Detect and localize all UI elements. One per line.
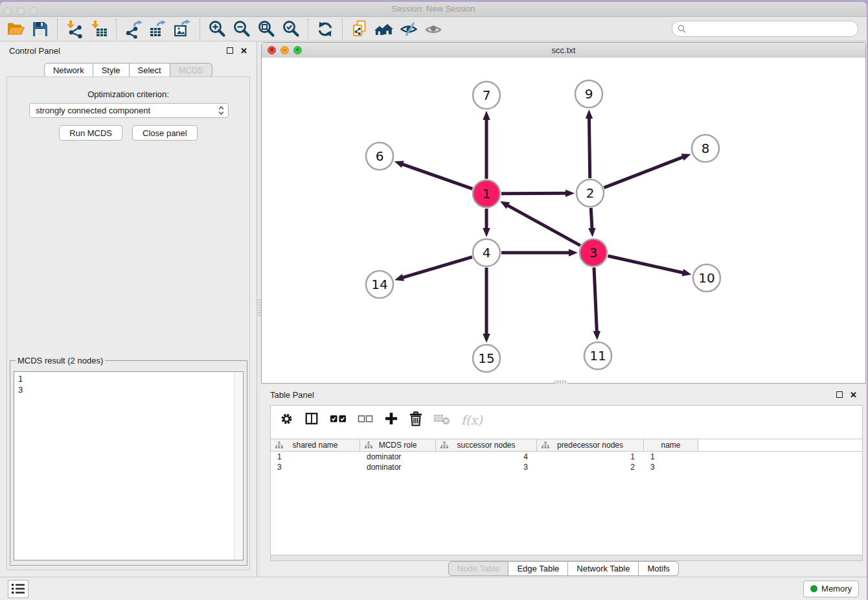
- graph-edge-1-2[interactable]: [501, 189, 575, 196]
- search-input[interactable]: [689, 23, 858, 34]
- search-icon: [678, 25, 686, 33]
- graph-node-2[interactable]: 2: [577, 179, 604, 207]
- column-header-successor-nodes[interactable]: successor nodes: [436, 439, 537, 451]
- status-bar: Memory: [0, 577, 867, 600]
- graph-edge-4-14[interactable]: [394, 257, 472, 281]
- memory-label: Memory: [821, 584, 852, 594]
- export-table-button[interactable]: [146, 18, 170, 40]
- graph-node-11[interactable]: 11: [584, 342, 611, 369]
- zoom-selected-button[interactable]: [279, 18, 303, 40]
- graph-node-1[interactable]: 1: [473, 180, 500, 207]
- column-header-mcds-role[interactable]: MCDS role: [360, 439, 436, 451]
- graph-edge-1-4[interactable]: [483, 209, 490, 237]
- table-settings-gear-icon[interactable]: [280, 412, 293, 428]
- tab-mcds[interactable]: MCDS: [170, 63, 212, 78]
- column-header-name[interactable]: name: [644, 439, 698, 451]
- tab-node-table[interactable]: Node Table: [448, 561, 509, 576]
- run-mcds-button[interactable]: Run MCDS: [59, 125, 122, 141]
- table-cell[interactable]: 3: [271, 463, 360, 472]
- import-network-button[interactable]: [62, 18, 87, 40]
- tab-edge-table[interactable]: Edge Table: [508, 561, 568, 576]
- table-cell[interactable]: dominator: [360, 452, 436, 461]
- zoom-fit-button[interactable]: [254, 18, 279, 40]
- search-box[interactable]: [672, 21, 858, 37]
- tab-network-table[interactable]: Network Table: [568, 561, 639, 576]
- float-panel-icon[interactable]: [836, 391, 843, 398]
- save-session-button[interactable]: [28, 18, 52, 40]
- network-canvas[interactable]: 7968124314101511: [262, 58, 865, 383]
- horizontal-splitter-handle[interactable]: [554, 380, 567, 384]
- graph-edge-4-3[interactable]: [501, 249, 578, 257]
- table-cell[interactable]: dominator: [360, 463, 436, 472]
- open-session-button[interactable]: [3, 18, 28, 40]
- task-history-button[interactable]: [8, 580, 29, 598]
- show-hide-panel-button[interactable]: [421, 18, 446, 40]
- select-all-checkboxes-icon[interactable]: [330, 413, 347, 426]
- table-tabs: Node TableEdge TableNetwork TableMotifs: [261, 561, 866, 576]
- table-panel-title: Table Panel: [270, 390, 314, 400]
- table-cell[interactable]: 3: [644, 463, 698, 472]
- graph-node-6[interactable]: 6: [366, 143, 393, 170]
- graph-edge-3-10[interactable]: [608, 256, 691, 276]
- zoom-out-button[interactable]: [229, 18, 254, 40]
- graph-node-15[interactable]: 15: [473, 345, 500, 372]
- tab-motifs[interactable]: Motifs: [639, 561, 679, 576]
- window-titlebar[interactable]: Session: New Session: [0, 2, 867, 17]
- toggle-graphics-details-button[interactable]: [396, 18, 421, 40]
- result-scrollbar[interactable]: [234, 372, 243, 560]
- home-view-button[interactable]: [372, 18, 396, 40]
- table-row[interactable]: 1dominator411: [271, 452, 862, 462]
- table-cell[interactable]: 1: [537, 452, 644, 461]
- export-network-button[interactable]: [121, 18, 146, 40]
- import-table-button[interactable]: [87, 18, 111, 40]
- close-panel-icon[interactable]: ✕: [240, 47, 247, 55]
- table-cell[interactable]: 1: [271, 452, 360, 461]
- graph-node-7[interactable]: 7: [473, 82, 500, 109]
- graph-node-14[interactable]: 14: [366, 271, 393, 298]
- add-column-icon[interactable]: [384, 411, 398, 428]
- delete-column-trash-icon[interactable]: [409, 411, 422, 429]
- table-cell[interactable]: 1: [644, 452, 698, 461]
- tab-network[interactable]: Network: [44, 63, 93, 78]
- float-panel-icon[interactable]: [227, 47, 233, 54]
- memory-button[interactable]: Memory: [803, 581, 859, 597]
- export-image-button[interactable]: [170, 18, 195, 40]
- graph-node-3[interactable]: 3: [580, 239, 607, 266]
- column-header-shared-name[interactable]: shared name: [271, 439, 360, 451]
- graph-edge-2-9[interactable]: [586, 110, 593, 178]
- graph-node-9[interactable]: 9: [575, 80, 602, 108]
- column-header-predecessor-nodes[interactable]: predecessor nodes: [537, 439, 644, 451]
- hierarchy-icon: [365, 441, 372, 449]
- zoom-in-button[interactable]: [205, 18, 229, 40]
- table-row[interactable]: 3dominator323: [271, 462, 862, 472]
- graph-edge-1-7[interactable]: [483, 111, 490, 179]
- vertical-splitter-handle[interactable]: [257, 299, 261, 316]
- table-cell[interactable]: 3: [436, 463, 537, 472]
- graph-node-10[interactable]: 10: [693, 264, 720, 292]
- column-visibility-icon[interactable]: [304, 411, 319, 428]
- tab-style[interactable]: Style: [93, 63, 130, 78]
- network-window-titlebar[interactable]: ✕ − + scc.txt: [262, 43, 865, 58]
- graph-edge-1-6[interactable]: [394, 161, 473, 189]
- graph-node-8[interactable]: 8: [692, 135, 719, 162]
- table-cell[interactable]: 2: [537, 463, 644, 472]
- deselect-all-checkboxes-icon[interactable]: [358, 413, 373, 426]
- table-cell[interactable]: 4: [436, 452, 537, 461]
- close-panel-button[interactable]: Close panel: [132, 125, 198, 141]
- refresh-view-button[interactable]: [313, 18, 337, 40]
- table-horizontal-scrollbar[interactable]: [270, 555, 863, 561]
- graph-node-4[interactable]: 4: [473, 239, 500, 266]
- optimization-select[interactable]: strongly connected component: [29, 103, 229, 118]
- graph-edge-3-1[interactable]: [500, 202, 580, 246]
- eye-icon: [424, 19, 443, 39]
- close-panel-icon[interactable]: ✕: [850, 391, 857, 399]
- graph-edge-4-15[interactable]: [483, 268, 490, 343]
- mcds-result-text[interactable]: 1 3: [14, 371, 244, 560]
- copy-network-button[interactable]: [347, 18, 372, 40]
- control-panel-title: Control Panel: [9, 46, 60, 56]
- graph-edge-2-8[interactable]: [604, 154, 691, 187]
- graph-edge-3-11[interactable]: [593, 268, 600, 340]
- graph-edge-2-3[interactable]: [588, 208, 595, 237]
- toolbar-separator: [116, 19, 117, 40]
- tab-select[interactable]: Select: [130, 63, 170, 78]
